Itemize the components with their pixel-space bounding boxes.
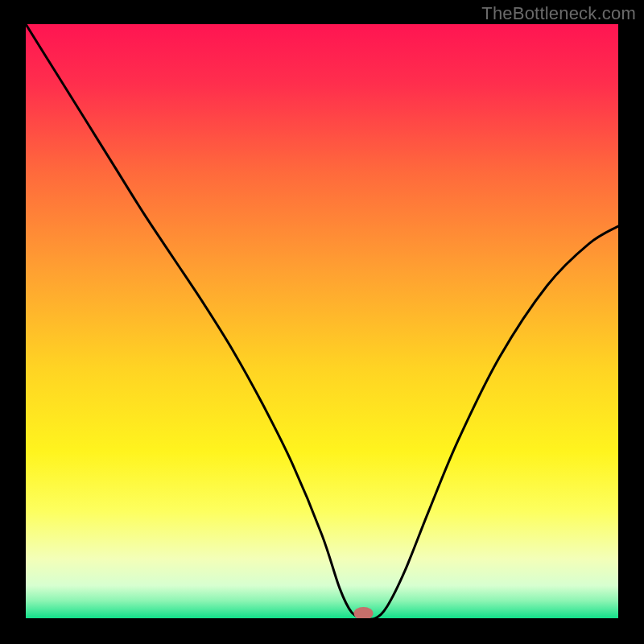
chart-frame: TheBottleneck.com <box>0 0 644 644</box>
watermark-text: TheBottleneck.com <box>481 3 636 24</box>
plot-svg <box>26 24 618 618</box>
plot-area <box>26 24 618 618</box>
gradient-background <box>26 24 618 618</box>
